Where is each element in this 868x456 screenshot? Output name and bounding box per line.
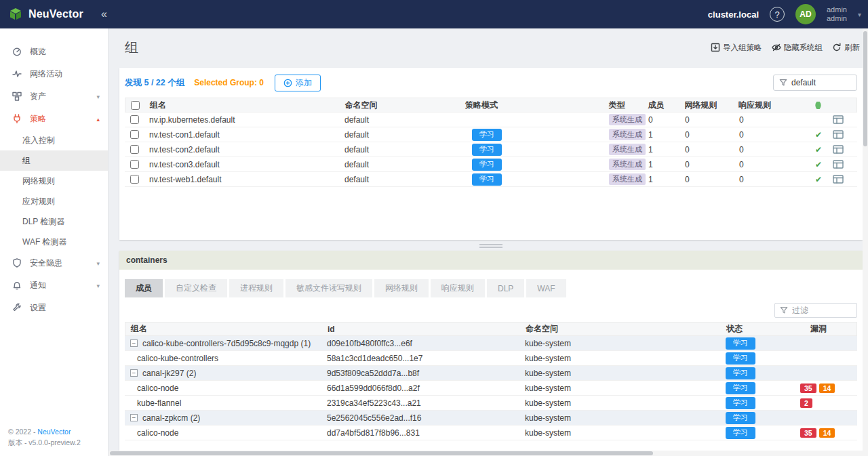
eye-off-icon (772, 43, 781, 52)
sidebar-item-groups[interactable]: 组 (0, 150, 108, 171)
policy-mode-badge: 学习 (472, 173, 502, 186)
status-badge: 学习 (726, 427, 755, 439)
add-group-button[interactable]: 添加 (275, 75, 321, 91)
members-count: 1 (643, 160, 679, 169)
horizontal-scrollbar[interactable] (108, 451, 863, 456)
cluster-name[interactable]: cluster.local (708, 9, 759, 20)
col-type[interactable]: 类型 (604, 100, 643, 111)
sidebar-item-admission-control[interactable]: 准入控制 (0, 130, 108, 150)
col-vulnerabilities[interactable]: 漏洞 (795, 323, 856, 335)
sidebar-item-notifications[interactable]: 通知 ▾ (0, 274, 108, 297)
scrollbar-thumb[interactable] (863, 31, 867, 146)
table-row[interactable]: nv.test-con3.default default 学习 系统生成 1 0… (125, 157, 857, 172)
member-namespace: kube-system (519, 428, 720, 438)
group-details-icon[interactable] (833, 160, 844, 169)
group-details-icon[interactable] (833, 145, 844, 154)
col-id[interactable]: id (322, 325, 520, 334)
panel-resize-handle[interactable] (119, 243, 863, 249)
response-rules-count: 0 (734, 145, 810, 154)
list-item[interactable]: calico-node dd7a4bf5d817f8b96...831 kube… (125, 426, 857, 440)
col-policy-mode[interactable]: 策略模式 (460, 100, 604, 111)
sidebar-item-security-risks[interactable]: 安全隐患 ▾ (0, 252, 108, 274)
group-type-badge: 系统生成 (609, 114, 646, 125)
col-network-rules[interactable]: 网络规则 (679, 100, 733, 111)
chevron-down-icon: ▾ (96, 94, 100, 100)
version-text: 版本 - v5.0.0-preview.2 (8, 437, 81, 448)
sidebar-item-assets[interactable]: 资产 ▾ (0, 85, 108, 108)
list-item[interactable]: canal-jk297 (2) 9d53f809ca52ddd7a...b8f … (125, 366, 857, 381)
col-namespace[interactable]: 命名空间 (339, 100, 460, 111)
row-checkbox[interactable] (130, 115, 139, 124)
members-count: 1 (643, 130, 679, 140)
table-row[interactable]: nv.test-web1.default default 学习 系统生成 1 0… (125, 172, 857, 187)
tab-members[interactable]: 成员 (125, 279, 163, 297)
tab-process-rules[interactable]: 进程规则 (229, 279, 283, 297)
plus-circle-icon (283, 79, 292, 87)
network-rules-count: 0 (679, 175, 734, 184)
collapse-icon[interactable] (130, 414, 138, 421)
sidebar-collapse-toggle[interactable]: « (101, 8, 107, 20)
user-info[interactable]: admin admin (827, 5, 847, 23)
group-details-icon[interactable] (833, 130, 844, 139)
sidebar-item-response-rules[interactable]: 应对规则 (0, 191, 108, 211)
sidebar-item-network-activity[interactable]: 网络活动 (0, 63, 108, 85)
avatar[interactable]: AD (795, 4, 816, 24)
response-rules-count: 0 (734, 175, 810, 184)
group-details-icon[interactable] (833, 115, 844, 124)
filter-text-field[interactable] (792, 306, 846, 315)
tab-dlp[interactable]: DLP (487, 279, 524, 297)
table-row[interactable]: nv.test-con2.default default 学习 系统生成 1 0… (125, 142, 857, 157)
container-id: 58a1c3cd1deadc650...1e7 (321, 354, 519, 363)
col-status[interactable]: 状态 (721, 323, 795, 335)
table-row[interactable]: nv.test-con1.default default 学习 系统生成 1 0… (125, 127, 857, 142)
row-checkbox[interactable] (130, 175, 139, 184)
list-item[interactable]: kube-flannel 2319ca34ef5223c43...a21 kub… (125, 396, 857, 411)
user-menu-caret-icon[interactable]: ▾ (858, 11, 861, 18)
neuvector-logo-icon (8, 7, 23, 22)
table-row[interactable]: nv.ip.kubernetes.default default 系统生成 0 … (125, 112, 857, 127)
group-name: nv.test-con1.default (144, 130, 339, 140)
group-details-icon[interactable] (833, 175, 844, 184)
col-name[interactable]: 组名 (125, 323, 322, 335)
collapse-icon[interactable] (130, 339, 138, 347)
import-group-policy-button[interactable]: 导入组策略 (711, 43, 762, 53)
detail-filter-input[interactable] (774, 303, 857, 318)
help-icon[interactable]: ? (770, 7, 785, 22)
tab-network-rules[interactable]: 网络规则 (374, 279, 429, 297)
list-item[interactable]: calico-node 66d1a599dd066f8d0...a2f kube… (125, 381, 857, 396)
collapse-icon[interactable] (130, 369, 138, 377)
hide-system-groups-button[interactable]: 隐藏系统组 (772, 43, 823, 53)
sidebar-item-settings[interactable]: 设置 (0, 297, 108, 319)
col-members[interactable]: 成员 (643, 100, 679, 111)
sidebar-item-overview[interactable]: 概览 (0, 41, 108, 63)
col-response-rules[interactable]: 响应规则 (733, 100, 809, 111)
list-item[interactable]: calico-kube-controllers 58a1c3cd1deadc65… (125, 351, 857, 366)
sidebar-item-waf-sensors[interactable]: WAF 检测器 (0, 232, 108, 252)
refresh-button[interactable]: 刷新 (832, 43, 860, 53)
tab-custom-check[interactable]: 自定义检查 (165, 279, 227, 297)
tab-file-access-rules[interactable]: 敏感文件读写规则 (285, 279, 372, 297)
scrollbar-thumb[interactable] (110, 451, 653, 455)
policy-icon (12, 114, 22, 124)
tab-waf[interactable]: WAF (526, 279, 566, 297)
status-badge: 学习 (726, 367, 755, 379)
groups-count-text: 发现 5 / 22 个组 (125, 77, 184, 89)
sidebar-item-dlp-sensors[interactable]: DLP 检测器 (0, 211, 108, 232)
vertical-scrollbar[interactable] (863, 28, 868, 456)
member-name: canal-zpkcm (2) (142, 413, 200, 423)
row-checkbox[interactable] (130, 160, 139, 169)
tab-response-rules[interactable]: 响应规则 (431, 279, 485, 297)
col-group-name[interactable]: 组名 (144, 100, 339, 111)
list-item[interactable]: calico-kube-controllers-7d5d95c8c9-mqgdp… (125, 336, 857, 351)
select-all-checkbox[interactable] (131, 101, 140, 110)
sidebar-item-network-rules[interactable]: 网络规则 (0, 171, 108, 191)
group-namespace: default (339, 115, 460, 125)
row-checkbox[interactable] (130, 130, 139, 139)
list-item[interactable]: canal-zpkcm (2) 5e2562045c556e2ad...f16 … (125, 411, 857, 426)
vuln-high-badge: 35 (800, 384, 816, 393)
col-namespace[interactable]: 命名空间 (520, 323, 721, 335)
groups-filter-select[interactable]: default (773, 75, 857, 91)
row-checkbox[interactable] (130, 145, 139, 154)
neuvector-link[interactable]: NeuVector (37, 428, 71, 436)
sidebar-item-policy[interactable]: 策略 ▴ (0, 108, 108, 130)
